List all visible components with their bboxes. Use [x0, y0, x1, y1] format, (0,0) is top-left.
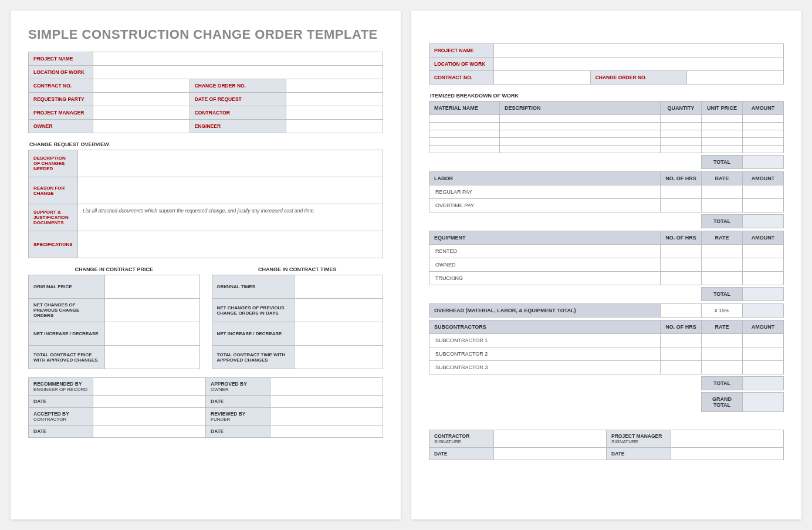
lbl-recommended-by: RECOMMENDED BYENGINEER OF RECORD — [29, 378, 93, 396]
lbl-reason: REASON FOR CHANGE — [29, 177, 78, 204]
lbl-reviewed-by: REVIEWED BYFUNDER — [206, 408, 270, 426]
p2-lbl-project-name: PROJECT NAME — [429, 44, 494, 58]
input-orig-price[interactable] — [105, 275, 200, 299]
eq-trucking: TRUCKING — [429, 272, 661, 285]
lbl-orig-times: ORIGINAL TIMES — [212, 275, 294, 299]
p2-input-date-2[interactable] — [671, 448, 784, 460]
overhead-rate: x 15% — [702, 304, 743, 318]
overview-table: DESCRIPTION OF CHANGES NEEDED REASON FOR… — [28, 150, 383, 258]
sub-2: SUBCONTRACTOR 2 — [429, 347, 661, 361]
labor-total-value[interactable] — [743, 215, 784, 228]
price-title: CHANGE IN CONTRACT PRICE — [28, 266, 200, 272]
th-labor: LABOR — [429, 172, 661, 185]
lbl-support: SUPPORT & JUSTIFICATION DOCUMENTS — [29, 204, 78, 231]
lbl-accepted-by: ACCEPTED BYCONTRACTOR — [29, 408, 93, 426]
p2-input-contract-no[interactable] — [494, 71, 591, 85]
lbl-change-order-no: CHANGE ORDER NO. — [190, 79, 286, 93]
lbl-total-times: TOTAL CONTRACT TIME WITH APPROVED CHANGE… — [212, 346, 294, 369]
lbl-requesting-party: REQUESTING PARTY — [29, 93, 93, 106]
input-owner[interactable] — [93, 120, 190, 133]
material-row — [429, 146, 784, 153]
material-row — [429, 130, 784, 138]
p2-input-project-name[interactable] — [494, 44, 784, 58]
lbl-date-3: DATE — [29, 426, 93, 438]
th-subs-rate: RATE — [702, 320, 743, 334]
input-orig-times[interactable] — [294, 275, 383, 299]
input-engineer[interactable] — [286, 120, 383, 133]
eq-rented: RENTED — [429, 245, 661, 258]
overview-title: CHANGE REQUEST OVERVIEW — [29, 141, 383, 147]
p2-lbl-contract-no: CONTRACT NO. — [429, 71, 494, 85]
lbl-owner: OWNER — [29, 120, 93, 133]
input-date-1[interactable] — [93, 396, 206, 408]
signature-table-1: RECOMMENDED BYENGINEER OF RECORD APPROVE… — [28, 377, 383, 438]
grand-total-label: GRAND TOTAL — [702, 393, 743, 412]
labor-table: LABOR NO. OF HRS RATE AMOUNT REGULAR PAY… — [429, 171, 784, 228]
th-material-name: MATERIAL NAME — [429, 102, 500, 115]
input-date-of-request[interactable] — [286, 93, 383, 106]
overhead-table: OVERHEAD (MATERIAL, LABOR, & EQUIPMENT T… — [429, 303, 784, 318]
input-project-manager[interactable] — [93, 106, 190, 120]
input-project-name[interactable] — [93, 52, 383, 66]
p2-input-date-1[interactable] — [494, 448, 607, 460]
input-approved-by[interactable] — [270, 378, 383, 396]
input-contractor[interactable] — [286, 106, 383, 120]
material-row — [429, 115, 784, 123]
material-row — [429, 123, 784, 130]
overhead-amount[interactable] — [743, 304, 784, 318]
lbl-total-price: TOTAL CONTRACT PRICE WITH APPROVED CHANG… — [29, 346, 105, 369]
input-date-3[interactable] — [93, 426, 206, 438]
p2-signature-table: CONTRACTORSIGNATURE PROJECT MANAGERSIGNA… — [429, 430, 784, 460]
input-requesting-party[interactable] — [93, 93, 190, 106]
lbl-contractor: CONTRACTOR — [190, 106, 286, 120]
p2-input-location[interactable] — [494, 58, 784, 71]
input-net-prev-price[interactable] — [105, 299, 200, 322]
price-table: ORIGINAL PRICE NET CHANGES OF PREVIOUS C… — [28, 275, 200, 369]
labor-total-label: TOTAL — [702, 215, 743, 228]
input-contract-no[interactable] — [93, 79, 190, 93]
input-date-4[interactable] — [270, 426, 383, 438]
input-reviewed-by[interactable] — [270, 408, 383, 426]
th-material-desc: DESCRIPTION — [500, 102, 661, 115]
th-labor-hrs: NO. OF HRS — [661, 172, 702, 185]
p2-input-pm-sig[interactable] — [671, 430, 784, 448]
th-labor-rate: RATE — [702, 172, 743, 185]
sub-3: SUBCONTRACTOR 3 — [429, 361, 661, 374]
p2-input-change-order-no[interactable] — [687, 71, 784, 85]
material-total-value[interactable] — [743, 156, 784, 169]
input-accepted-by[interactable] — [93, 408, 206, 426]
input-total-times[interactable] — [294, 346, 383, 369]
input-change-order-no[interactable] — [286, 79, 383, 93]
input-reason[interactable] — [78, 177, 383, 204]
input-net-prev-times[interactable] — [294, 299, 383, 322]
input-total-price[interactable] — [105, 346, 200, 369]
grand-total-value[interactable] — [743, 393, 784, 412]
lbl-net-inc-price: NET INCREASE / DECREASE — [29, 322, 105, 346]
material-table: MATERIAL NAME DESCRIPTION QUANTITY UNIT … — [429, 101, 784, 169]
input-specs[interactable] — [78, 231, 383, 258]
p2-lbl-date-2: DATE — [607, 448, 671, 460]
times-title: CHANGE IN CONTRACT TIMES — [212, 266, 384, 272]
input-recommended-by[interactable] — [93, 378, 206, 396]
eq-total-value[interactable] — [743, 288, 784, 301]
page-title: SIMPLE CONSTRUCTION CHANGE ORDER TEMPLAT… — [28, 27, 383, 42]
input-net-inc-times[interactable] — [294, 322, 383, 346]
p2-input-contractor-sig[interactable] — [494, 430, 607, 448]
th-subs: SUBCONTRACTORS — [429, 320, 661, 334]
lbl-engineer: ENGINEER — [190, 120, 286, 133]
input-desc-changes[interactable] — [78, 150, 383, 177]
support-note[interactable]: List all attached documents which suppor… — [78, 204, 383, 231]
th-subs-amount: AMOUNT — [743, 320, 784, 334]
lbl-date-2: DATE — [206, 396, 270, 408]
lbl-date-4: DATE — [206, 426, 270, 438]
input-net-inc-price[interactable] — [105, 322, 200, 346]
input-location[interactable] — [93, 66, 383, 79]
lbl-date-of-request: DATE OF REQUEST — [190, 93, 286, 106]
th-material-unit: UNIT PRICE — [702, 102, 743, 115]
input-date-2[interactable] — [270, 396, 383, 408]
p2-lbl-location: LOCATION OF WORK — [429, 58, 494, 71]
overhead-blank[interactable] — [661, 304, 702, 318]
th-material-amount: AMOUNT — [743, 102, 784, 115]
subs-total-value[interactable] — [743, 377, 784, 390]
equipment-table: EQUIPMENT NO. OF HRS RATE AMOUNT RENTED … — [429, 231, 784, 301]
